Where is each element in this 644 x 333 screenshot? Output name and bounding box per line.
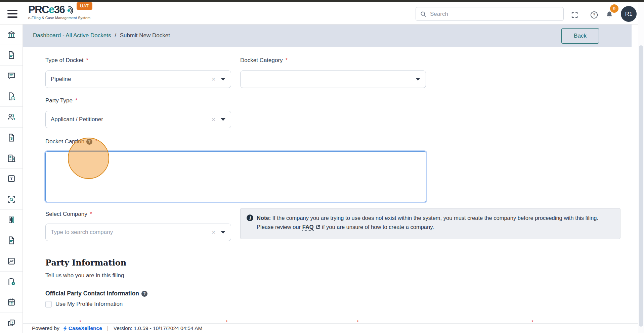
docket-caption-textarea[interactable] <box>45 151 426 202</box>
footer-separator: | <box>107 325 109 331</box>
logo-part-36: 36 <box>54 4 65 15</box>
building-icon <box>7 153 16 163</box>
clear-icon[interactable]: × <box>212 116 215 123</box>
ledger-icon <box>7 215 16 225</box>
scrollbar-thumb[interactable] <box>639 45 643 327</box>
required-marker: * <box>95 139 97 145</box>
courthouse-icon <box>7 30 16 39</box>
user-avatar[interactable]: R1 <box>621 6 637 22</box>
sidebar-item-documents[interactable] <box>0 45 23 65</box>
clear-icon[interactable]: × <box>212 229 215 236</box>
sidebar-item-courthouse[interactable] <box>0 25 23 45</box>
clear-icon[interactable]: × <box>212 76 215 83</box>
note-text: Note: If the company you are trying to u… <box>257 213 613 234</box>
svg-text:$: $ <box>10 136 12 140</box>
faq-link[interactable]: FAQ <box>302 224 314 231</box>
faq-icon: ? <box>7 318 16 328</box>
text-box-icon: T <box>7 174 16 183</box>
hamburger-menu-icon[interactable] <box>7 10 17 18</box>
search-icon <box>420 11 427 17</box>
file-search-icon <box>7 92 16 101</box>
docket-caption-help-icon[interactable]: ? <box>86 139 92 145</box>
breadcrumb-current: Submit New Docket <box>120 32 170 39</box>
breadcrumb: Dashboard - All Active Dockets / Submit … <box>33 32 170 39</box>
official-contact-help-icon[interactable]: ? <box>141 291 147 297</box>
sidebar-nav: $ T <box>0 25 23 333</box>
sidebar-item-file-search[interactable] <box>0 86 23 107</box>
breadcrumb-separator: / <box>115 32 116 39</box>
version-text: Version: 1.0.59 - 10/17/2024 04:54 AM <box>114 325 203 331</box>
chat-icon <box>7 71 16 81</box>
sidebar-item-tasks[interactable] <box>0 272 23 292</box>
docket-category-select[interactable] <box>240 70 426 88</box>
sidebar-item-messages[interactable] <box>0 66 23 86</box>
use-profile-checkbox[interactable] <box>45 301 52 307</box>
fullscreen-icon[interactable] <box>570 10 579 19</box>
document-alt-icon <box>7 236 16 245</box>
sidebar-item-reports-doc[interactable] <box>0 230 23 251</box>
chevron-down-icon[interactable] <box>221 78 225 81</box>
help-icon[interactable]: ? <box>590 10 598 19</box>
uat-environment-badge: UAT <box>77 2 92 10</box>
sidebar-item-parties[interactable] <box>0 107 23 127</box>
users-icon <box>7 112 16 122</box>
sidebar-item-companies[interactable] <box>0 148 23 169</box>
chevron-down-icon[interactable] <box>221 231 225 234</box>
party-information-subtitle: Tell us who you are in this filing <box>45 272 124 279</box>
type-of-docket-label: Type of Docket* <box>45 57 88 64</box>
docket-category-label: Docket Category* <box>240 57 288 64</box>
required-marker: * <box>286 57 288 63</box>
breadcrumb-link-dashboard[interactable]: Dashboard - All Active Dockets <box>33 32 111 39</box>
logo-swirl-icon <box>65 5 74 15</box>
clipboard-clock-icon <box>7 277 16 286</box>
docket-caption-label: Docket Caption ? * <box>45 138 97 145</box>
logo-tagline: e-Filing & Case Management System <box>28 16 90 20</box>
search-input[interactable] <box>430 11 563 17</box>
chevron-down-icon[interactable] <box>416 78 420 81</box>
powered-by-text: Powered by <box>32 325 59 331</box>
logo-part-e: e <box>49 4 54 15</box>
sidebar-item-calendar[interactable] <box>0 292 23 313</box>
party-type-value: Applicant / Petitioner <box>51 116 212 123</box>
note-title: Note: <box>257 215 271 221</box>
required-marker: * <box>90 211 92 217</box>
select-company-placeholder: Type to search company <box>51 229 212 236</box>
sidebar-item-templates[interactable]: T <box>0 169 23 189</box>
chevron-down-icon[interactable] <box>221 118 225 121</box>
party-information-title: Party Information <box>45 258 126 268</box>
type-of-docket-select[interactable]: Pipeline × <box>45 70 231 88</box>
use-profile-row: Use My Profile Information <box>45 301 123 307</box>
document-icon <box>7 50 16 60</box>
svg-text:?: ? <box>593 12 595 17</box>
chart-icon <box>7 256 16 266</box>
svg-text:?: ? <box>11 320 13 324</box>
party-type-select[interactable]: Applicant / Petitioner × <box>45 111 231 128</box>
sidebar-item-faq[interactable]: ? <box>0 313 23 333</box>
required-marker: * <box>75 98 77 104</box>
invoice-icon: $ <box>7 133 16 142</box>
select-company-select[interactable]: Type to search company × <box>45 224 231 241</box>
casexellence-logo-icon <box>62 326 68 331</box>
back-button[interactable]: Back <box>561 28 599 44</box>
logo-part-prc: PRC <box>28 4 49 15</box>
scan-search-icon <box>7 195 16 204</box>
calendar-icon <box>7 297 16 307</box>
notification-count-badge: 9 <box>610 4 618 13</box>
required-marker: * <box>86 57 88 63</box>
svg-text:T: T <box>10 177 12 181</box>
sidebar-item-invoices[interactable]: $ <box>0 128 23 148</box>
external-link-icon <box>315 225 320 230</box>
use-profile-label: Use My Profile Information <box>55 301 123 307</box>
company-note-callout: i Note: If the company you are trying to… <box>240 208 620 239</box>
party-type-label: Party Type* <box>45 97 77 104</box>
sidebar-item-ledger[interactable] <box>0 210 23 230</box>
global-search <box>416 7 564 21</box>
official-contact-label: Official Party Contact Information ? <box>45 290 147 297</box>
type-of-docket-value: Pipeline <box>51 76 212 83</box>
sidebar-item-scan-search[interactable] <box>0 189 23 210</box>
casexellence-brand[interactable]: CaseXellence <box>62 325 102 331</box>
app-header: PRCe36 e-Filing & Case Management System… <box>0 2 644 25</box>
breadcrumb-bar: Dashboard - All Active Dockets / Submit … <box>23 25 632 47</box>
app-footer: Powered by CaseXellence | Version: 1.0.5… <box>23 323 638 333</box>
sidebar-item-analytics[interactable] <box>0 251 23 272</box>
